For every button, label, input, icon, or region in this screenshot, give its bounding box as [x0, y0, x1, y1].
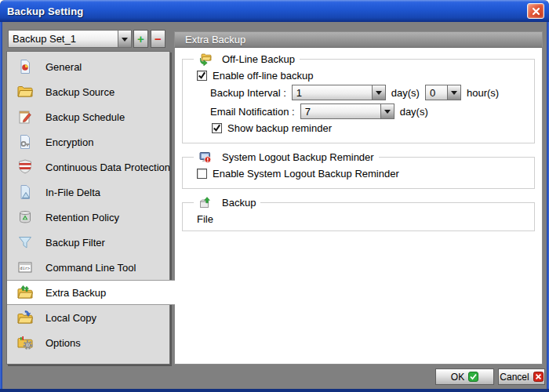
title-bar: Backup Setting	[0, 0, 549, 22]
system-logout-group: System Logout Backup Reminder Enable Sys…	[182, 151, 535, 189]
backup-set-select[interactable]: Backup Set_1	[8, 30, 132, 48]
general-icon	[16, 58, 34, 76]
email-notification-row: Email Notification : 7 day(s)	[210, 103, 529, 119]
email-notification-unit: day(s)	[400, 106, 428, 118]
cancel-button[interactable]: Cancel	[498, 368, 545, 385]
ok-button[interactable]: OK	[435, 368, 494, 385]
sidebar-item-label: Continuous Data Protection	[45, 162, 170, 173]
window-title: Backup Setting	[0, 5, 83, 17]
chevron-down-icon	[118, 31, 131, 47]
key-document-icon	[16, 133, 34, 151]
enable-offline-backup-row: Enable off-line backup	[197, 70, 529, 82]
enable-system-logout-row: Enable System Logout Backup Reminder	[197, 168, 529, 180]
system-logout-legend-label: System Logout Backup Reminder	[222, 151, 374, 163]
dialog-body: Backup Set_1 + − General Backup Source	[2, 22, 547, 389]
backup-interval-hours-select[interactable]: 0	[425, 85, 461, 100]
sidebar-item-label: Options	[45, 337, 81, 349]
close-icon	[532, 7, 540, 16]
cancel-x-icon	[533, 372, 544, 382]
backup-interval-days-unit: day(s)	[391, 87, 420, 99]
sidebar-item-general[interactable]: General	[7, 54, 169, 79]
sidebar-item-label: Local Copy	[45, 312, 96, 324]
enable-system-logout-label: Enable System Logout Backup Reminder	[213, 168, 399, 180]
terminal-window-icon: dir>	[16, 259, 34, 277]
email-notification-select[interactable]: 7	[300, 103, 394, 119]
close-button[interactable]	[527, 3, 544, 19]
sidebar-item-in-file-delta[interactable]: In-File Delta	[7, 180, 169, 205]
offline-backup-group: Off-Line Backup Enable off-line backup B…	[182, 53, 535, 143]
backup-interval-days-select[interactable]: 1	[292, 85, 386, 100]
sidebar-item-command-line-tool[interactable]: dir> Command Line Tool	[7, 255, 169, 280]
local-copy-folder-icon	[16, 309, 34, 327]
backup-interval-label: Backup Interval :	[210, 87, 286, 99]
email-notification-value: 7	[301, 106, 380, 118]
sidebar-item-extra-backup[interactable]: Extra Backup	[7, 280, 175, 305]
checkmark-icon	[198, 71, 206, 80]
shield-icon	[16, 158, 34, 176]
recycle-bin-icon	[16, 209, 34, 227]
enable-system-logout-checkbox[interactable]	[197, 169, 207, 179]
sidebar-item-label: Backup Filter	[45, 237, 105, 249]
minus-icon: −	[155, 33, 162, 45]
backup-interval-hours-unit: hour(s)	[467, 87, 499, 99]
backup-box-icon	[198, 196, 212, 209]
sidebar-item-encryption[interactable]: Encryption	[7, 129, 169, 154]
sidebar-item-retention-policy[interactable]: Retention Policy	[7, 205, 169, 230]
chevron-down-icon	[447, 85, 460, 100]
backup-type-legend: Backup	[194, 196, 260, 209]
sidebar-item-local-copy[interactable]: Local Copy	[7, 305, 169, 330]
backup-type-legend-label: Backup	[222, 197, 256, 209]
svg-text:dir>: dir>	[20, 266, 29, 270]
window-border-bottom	[0, 389, 549, 392]
sidebar-item-backup-source[interactable]: Backup Source	[7, 79, 169, 104]
chevron-down-icon	[372, 85, 385, 100]
sidebar-item-label: Backup Source	[45, 86, 115, 98]
sidebar-item-cdp[interactable]: Continuous Data Protection	[7, 154, 169, 180]
sidebar-item-options[interactable]: Options	[7, 330, 169, 355]
offline-backup-legend: Off-Line Backup	[194, 53, 300, 66]
backup-type-value: File	[197, 213, 529, 225]
sidebar-item-backup-schedule[interactable]: Backup Schedule	[7, 104, 169, 129]
remove-backup-set-button[interactable]: −	[151, 30, 165, 48]
sidebar-item-label: Command Line Tool	[45, 262, 136, 274]
sidebar-item-backup-filter[interactable]: Backup Filter	[7, 230, 169, 255]
extra-backup-folder-icon	[16, 284, 34, 302]
funnel-icon	[16, 234, 34, 252]
offline-backup-legend-label: Off-Line Backup	[222, 53, 295, 65]
folder-icon	[16, 83, 34, 101]
show-backup-reminder-label: Show backup reminder	[227, 122, 332, 134]
sidebar-item-label: Extra Backup	[45, 287, 106, 299]
show-backup-reminder-row: Show backup reminder	[212, 122, 529, 134]
sidebar-item-label: General	[45, 61, 82, 73]
chevron-down-icon	[380, 104, 394, 118]
cancel-button-label: Cancel	[500, 372, 529, 383]
enable-offline-backup-checkbox[interactable]	[197, 71, 207, 81]
enable-offline-backup-label: Enable off-line backup	[213, 70, 313, 82]
sidebar-item-label: Encryption	[45, 136, 93, 148]
show-backup-reminder-checkbox[interactable]	[212, 123, 222, 133]
system-logout-reminder-icon	[198, 151, 212, 164]
backup-type-group: Backup File	[182, 196, 535, 231]
backup-set-value: Backup Set_1	[9, 33, 118, 45]
email-notification-label: Email Notification :	[210, 106, 295, 118]
delta-document-icon	[16, 183, 34, 201]
backup-interval-days-value: 1	[293, 87, 372, 99]
panel-title: Extra Backup	[175, 34, 245, 45]
system-logout-legend: System Logout Backup Reminder	[194, 151, 379, 164]
extra-backup-panel: Off-Line Backup Enable off-line backup B…	[174, 48, 543, 365]
ok-check-icon	[468, 372, 478, 382]
add-backup-set-button[interactable]: +	[133, 30, 148, 48]
plus-icon: +	[137, 33, 144, 45]
backup-interval-row: Backup Interval : 1 day(s) 0 hour(s)	[210, 85, 529, 100]
sidebar-item-label: In-File Delta	[45, 187, 100, 198]
schedule-pencil-icon	[16, 108, 34, 126]
backup-setting-dialog: Backup Setting Backup Set_1 + − General	[0, 0, 549, 392]
backup-interval-hours-value: 0	[426, 87, 447, 99]
sidebar-item-label: Retention Policy	[45, 212, 119, 223]
panel-header: Extra Backup	[174, 31, 543, 48]
settings-nav-list: General Backup Source Backup Schedule En…	[6, 51, 170, 365]
checkmark-icon	[213, 124, 221, 132]
offline-backup-icon	[198, 53, 212, 66]
sidebar-item-label: Backup Schedule	[45, 111, 125, 123]
options-gear-icon	[16, 334, 34, 352]
